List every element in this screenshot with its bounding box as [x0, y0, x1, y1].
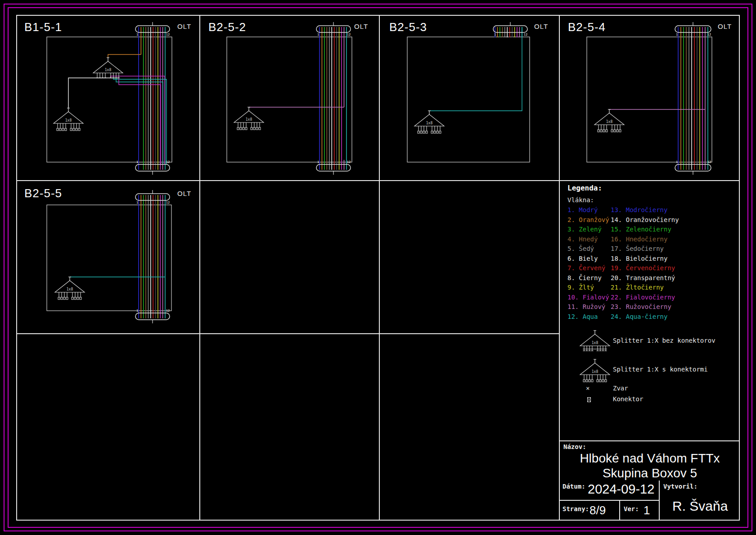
drawing-title-line2: Skupina Boxov 5	[560, 466, 740, 481]
title-block-author-section: Vytvoril: R. Švaňa	[660, 481, 740, 520]
drawing-title-line1: Hlboké nad Váhom FTTx	[560, 451, 740, 466]
title-block-version-section: Ver: 1	[620, 501, 660, 520]
legend-fiber-row: 3. Zelený15. Zelenočierny	[567, 226, 734, 236]
svg-text:12: 12	[166, 160, 170, 164]
legend-fiber-name: 14. Oranžovočierny	[611, 216, 679, 223]
olt-label: OLT	[177, 23, 191, 30]
legend-fiber-row: 2. Oranžový14. Oranžovočierny	[567, 216, 734, 226]
legend-fiber-name: 12. Aqua	[567, 313, 611, 320]
legend-item-splitter-conn: 1x8 Splitter 1:X s konektormi	[560, 358, 740, 384]
legend-fiber-name: 11. Ružový	[567, 303, 611, 310]
legend-fiber-name: 13. Modročierny	[611, 206, 667, 213]
legend-fiber-row: 10. Fialový22. Fialovočierny	[567, 294, 734, 304]
panel-title: B2-5-2	[208, 20, 246, 34]
title-block-pages-section: Strany: 8/9	[560, 501, 620, 520]
strany-label: Strany:	[562, 505, 589, 512]
connector-icon	[586, 396, 592, 405]
legend-fiber-name: 1. Modrý	[567, 206, 611, 213]
legend-fiber-row: 12. Aqua24. Aqua-čierny	[567, 313, 734, 323]
title-block-name-section: Názov: Hlboké nad Váhom FTTx Skupina Box…	[560, 441, 740, 481]
svg-text:1: 1	[317, 160, 319, 164]
legend-fiber-row: 8. Čierny20. Transparentný	[567, 274, 734, 284]
svg-text:1x8: 1x8	[426, 121, 433, 125]
svg-text:1: 1	[317, 33, 319, 36]
panel-cell-b2-5-3: 1121x8 B2-5-3 OLT	[379, 15, 559, 180]
olt-label: OLT	[177, 190, 191, 197]
legend-fiber-name: 4. Hnedý	[567, 236, 611, 243]
legend-item-zvar: × Zvar	[560, 386, 740, 396]
svg-text:1x8: 1x8	[592, 341, 598, 345]
olt-label: OLT	[718, 23, 732, 30]
panel-title: B2-5-3	[389, 20, 427, 34]
legend-fiber-name: 5. Šedý	[567, 245, 611, 252]
cad-drawing-page: 1121121x81x8 B1-5-1 OLT 1121121x8 B2-5-2…	[0, 0, 756, 535]
legend-symbol-label: Splitter 1:X s konektormi	[613, 366, 708, 373]
svg-text:1: 1	[136, 309, 138, 313]
title-block: Názov: Hlboké nad Váhom FTTx Skupina Box…	[560, 440, 740, 520]
legend-fiber-name: 9. Žltý	[567, 284, 611, 291]
wiring-diagram-B2-5-5: 1121121x8	[16, 180, 199, 333]
svg-text:12: 12	[524, 33, 527, 36]
svg-text:12: 12	[707, 33, 711, 36]
svg-text:1x8: 1x8	[105, 68, 112, 72]
legend-fiber-name: 8. Čierny	[567, 274, 611, 281]
svg-text:12: 12	[166, 309, 170, 313]
legend-fiber-list: 1. Modrý13. Modročierny2. Oranžový14. Or…	[567, 206, 734, 322]
vytvoril-label: Vytvoril:	[663, 483, 698, 490]
panel-cell-b2-5-2: 1121121x8 B2-5-2 OLT	[199, 15, 379, 180]
legend-fiber-name: 2. Oranžový	[567, 216, 611, 223]
svg-text:1: 1	[136, 201, 138, 204]
legend-title: Legenda:	[567, 184, 602, 192]
legend-item-splitter-bare: 1x8 Splitter 1:X bez konektorov	[560, 329, 740, 355]
legend-item-konektor: Konektor	[560, 396, 740, 406]
wiring-diagram-B2-5-4: 1121121x8	[559, 15, 740, 180]
legend-fiber-name: 6. Biely	[567, 255, 611, 262]
legend-symbol-label: Konektor	[613, 395, 643, 403]
svg-text:1x8: 1x8	[65, 118, 72, 122]
splitter-connector-icon: 1x8	[572, 358, 617, 385]
datum-value: 2024-09-12	[588, 482, 654, 497]
nazov-label: Názov:	[563, 443, 586, 450]
splitter-bare-icon: 1x8	[572, 329, 617, 357]
svg-text:1: 1	[494, 33, 496, 36]
legend-symbol-label: Splitter 1:X bez konektorov	[613, 337, 716, 344]
legend-fiber-name: 24. Aqua-čierny	[611, 313, 667, 320]
legend-box: Legenda: Vlákna: 1. Modrý13. Modročierny…	[560, 181, 740, 440]
ver-label: Ver:	[624, 505, 639, 512]
olt-label: OLT	[534, 23, 548, 30]
svg-text:12: 12	[347, 33, 351, 36]
legend-fiber-name: 21. Žltočierny	[611, 284, 664, 291]
legend-fiber-name: 18. Bieločierny	[611, 255, 667, 262]
grid-divider-horizontal-2	[16, 333, 560, 334]
legend-fiber-name: 20. Transparentný	[611, 274, 675, 281]
svg-text:1: 1	[136, 160, 138, 164]
strany-value: 8/9	[590, 503, 606, 517]
wiring-diagram-B2-5-3: 1121x8	[379, 15, 559, 180]
svg-text:1: 1	[676, 33, 678, 36]
legend-fiber-name: 16. Hnedočierny	[611, 236, 667, 243]
svg-text:1x8: 1x8	[606, 120, 613, 124]
legend-fiber-name: 22. Fialovočierny	[611, 294, 675, 301]
legend-fiber-row: 11. Ružový23. Ružovočierny	[567, 303, 734, 313]
svg-text:1x8: 1x8	[67, 287, 73, 291]
legend-subtitle: Vlákna:	[567, 196, 594, 204]
panel-title: B2-5-5	[24, 186, 62, 200]
panel-cell-b1-5-1: 1121121x81x8 B1-5-1 OLT	[16, 15, 199, 180]
vytvoril-value: R. Švaňa	[672, 499, 728, 514]
svg-text:1x8: 1x8	[246, 118, 252, 122]
olt-label: OLT	[354, 23, 368, 30]
panel-cell-b2-5-4: 1121121x8 B2-5-4 OLT	[559, 15, 740, 180]
ver-value: 1	[644, 503, 650, 517]
wiring-diagram-B2-5-2: 1121121x8	[199, 15, 379, 180]
title-block-date-section: Dátum: 2024-09-12	[560, 481, 660, 501]
legend-symbol-label: Zvar	[613, 385, 628, 392]
legend-fiber-row: 9. Žltý21. Žltočierny	[567, 284, 734, 294]
svg-text:12: 12	[166, 201, 170, 204]
legend-fiber-row: 4. Hnedý16. Hnedočierny	[567, 236, 734, 245]
panel-cell-b2-5-5: 1121121x8 B2-5-5 OLT	[16, 180, 199, 333]
svg-text:1: 1	[136, 33, 138, 36]
legend-fiber-name: 10. Fialový	[567, 294, 611, 301]
legend-fiber-row: 1. Modrý13. Modročierny	[567, 206, 734, 216]
legend-fiber-name: 7. Červený	[567, 264, 611, 272]
panel-title: B1-5-1	[24, 20, 62, 34]
